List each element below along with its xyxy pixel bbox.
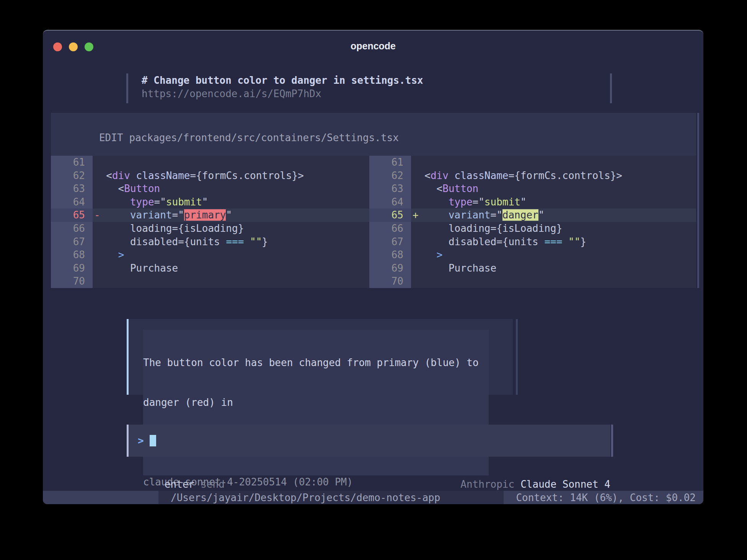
diff-row: 68 > [51, 248, 369, 262]
assistant-message: The button color has been changed from p… [129, 319, 513, 395]
code-token: loading={isLoading} [413, 223, 562, 234]
context-cost-segment: Context: 14K (6%), Cost: $0.02 [504, 491, 703, 504]
code-line: type="submit" [93, 195, 369, 209]
code-token: Button [442, 183, 478, 194]
edit-tool-panel: EDITpackages/frontend/src/containers/Set… [51, 113, 696, 288]
edit-label: EDIT [99, 132, 123, 143]
code-line: Purchase [93, 262, 369, 275]
code-token: div [112, 170, 130, 181]
code-token [94, 249, 118, 260]
code-token: disabled={units [413, 236, 544, 247]
line-number: 62 [369, 169, 411, 182]
line-number: 66 [369, 222, 411, 235]
diff-row: 61 [51, 156, 369, 169]
line-number: 65 [51, 208, 93, 222]
input-scrollbar[interactable] [611, 425, 613, 457]
prompt-header-left-border [126, 73, 128, 103]
code-token: =" [172, 209, 184, 221]
code-token: === [544, 236, 562, 247]
code-token: variant [130, 209, 172, 221]
code-token [562, 236, 568, 247]
diff-row: 67 disabled={units === ""} [51, 235, 369, 249]
code-token: loading={isLoading} [94, 223, 244, 234]
code-token: " [226, 209, 232, 221]
prompt-symbol: > [138, 434, 144, 448]
diff-row: 62 <div className={formCs.controls}> [51, 169, 369, 182]
prompt-header-right-border [610, 73, 612, 103]
code-token [413, 249, 437, 260]
line-number: 61 [369, 156, 411, 169]
code-token: > [437, 249, 443, 260]
removed-token: primary [184, 209, 226, 221]
code-token: "" [568, 236, 580, 247]
code-token: type [449, 196, 473, 208]
code-token: =" [491, 209, 502, 221]
code-token: className [455, 170, 509, 181]
line-number: 62 [51, 169, 93, 182]
code-token: ={formCs.controls}> [190, 170, 303, 181]
line-number: 67 [369, 235, 411, 249]
line-number: 68 [369, 248, 411, 262]
code-token [130, 170, 136, 181]
code-token: div [431, 170, 449, 181]
code-token: className [136, 170, 190, 181]
code-token: " [538, 209, 545, 221]
code-token: } [262, 236, 268, 247]
code-token: ={formCs.controls}> [508, 170, 622, 181]
code-token: " [202, 196, 208, 208]
code-token: " [520, 196, 527, 208]
edit-file-path: packages/frontend/src/containers/Setting… [129, 132, 399, 143]
message-line: danger (red) in [143, 396, 479, 409]
edit-header: EDITpackages/frontend/src/containers/Set… [51, 113, 696, 156]
added-line-marker: + [413, 208, 419, 222]
line-number: 64 [51, 195, 93, 209]
line-number: 64 [369, 195, 411, 209]
enter-key-hint: enter [165, 479, 194, 490]
session-title: # Change button color to danger in setti… [142, 74, 423, 87]
code-token [413, 196, 449, 208]
code-line [93, 275, 369, 288]
code-token: > [118, 249, 124, 260]
code-token: "" [250, 236, 262, 247]
code-token: Purchase [413, 262, 496, 274]
line-number: 70 [51, 275, 93, 288]
message-line: The button color has been changed from p… [143, 356, 479, 370]
diff-row: 63 <Button [51, 182, 369, 195]
prompt-input[interactable]: > [129, 425, 610, 457]
code-token: Purchase [94, 262, 178, 274]
diff-row: 63 <Button [369, 182, 696, 195]
code-line [411, 275, 696, 288]
code-line: > [411, 248, 696, 262]
code-token: === [226, 236, 244, 247]
added-token: danger [502, 209, 538, 221]
app-version-segment: opencodev0.1.156 [43, 491, 158, 504]
diff-row: 67 disabled={units === ""} [369, 235, 696, 249]
model-name: Claude Sonnet 4 [520, 479, 610, 490]
diff-row: 61 [369, 156, 696, 169]
window-title: opencode [43, 41, 703, 52]
line-number: 61 [51, 156, 93, 169]
share-url[interactable]: https://opencode.ai/s/EQmP7hDx [142, 87, 321, 101]
diff-pane-left: 6162 <div className={formCs.controls}>63… [51, 156, 369, 288]
edit-panel-scrollbar[interactable] [697, 113, 699, 288]
code-token: type [130, 196, 154, 208]
code-token [449, 170, 455, 181]
line-number: 63 [369, 182, 411, 195]
code-line: > [93, 248, 369, 262]
status-bar: opencodev0.1.156 /Users/jayair/Desktop/P… [43, 491, 703, 504]
diff-row: 66 loading={isLoading} [51, 222, 369, 235]
code-line: loading={isLoading} [93, 222, 369, 235]
message-scrollbar[interactable] [516, 319, 518, 395]
code-line: type="submit" [411, 195, 696, 209]
line-number: 70 [369, 275, 411, 288]
code-line: loading={isLoading} [411, 222, 696, 235]
removed-line-marker: - [94, 208, 100, 222]
diff-row: 68 > [369, 248, 696, 262]
diff-row: 64 type="submit" [369, 195, 696, 209]
code-line: - variant="primary" [93, 208, 369, 222]
code-token: } [580, 236, 586, 247]
code-token: submit [166, 196, 202, 208]
code-token: =" [154, 196, 166, 208]
diff-row: 65- variant="primary" [51, 208, 369, 222]
diff-row: 70 [51, 275, 369, 288]
